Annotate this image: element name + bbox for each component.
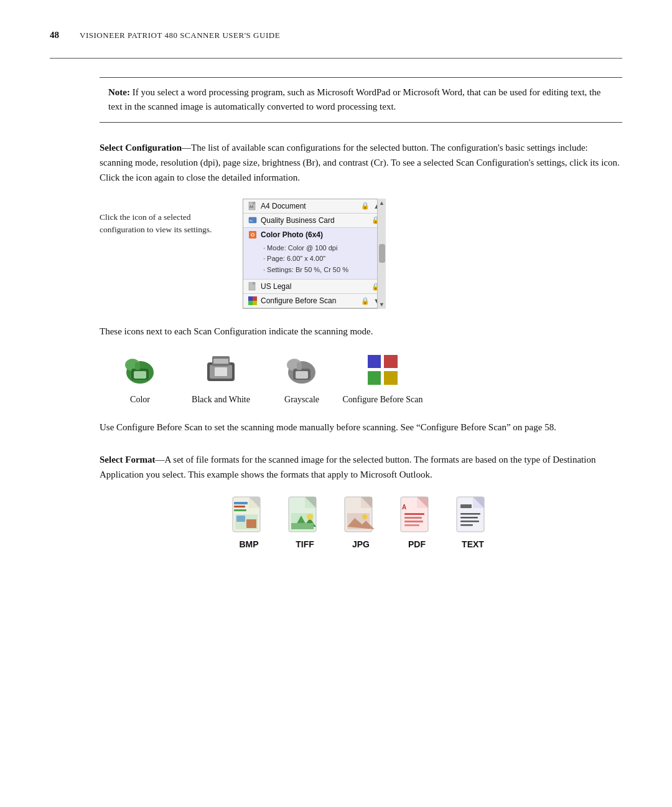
tiff-icon-svg [286, 496, 324, 536]
format-icon-jpg: JPG [336, 496, 386, 549]
svg-rect-69 [460, 513, 480, 515]
config-row-a4[interactable]: A4 A4 Document 🔒 ▲ [243, 199, 385, 214]
svg-rect-9 [253, 282, 255, 285]
page: 48 Visioneer Patriot 480 Scanner User's … [0, 0, 672, 807]
mode-icon-bw: Black and White [180, 350, 261, 405]
header-rule [50, 58, 622, 59]
svg-rect-62 [404, 517, 422, 519]
bizcard-icon: BC [248, 216, 257, 225]
config-row-configure[interactable]: Configure Before Scan 🔒 ▼ [243, 294, 385, 308]
svg-rect-63 [404, 521, 423, 522]
grayscale-icon-svg [282, 350, 322, 390]
svg-rect-11 [253, 296, 257, 301]
content-area: Note: If you select a word processing pr… [100, 77, 622, 549]
select-format-term: Select Format [100, 455, 156, 465]
jpg-icon-svg [342, 496, 380, 536]
format-label-jpg: JPG [352, 539, 370, 549]
svg-rect-23 [213, 359, 228, 364]
photo-detail-1: · Mode: Color @ 100 dpi [263, 243, 348, 254]
svg-rect-73 [460, 504, 472, 508]
page-title: Visioneer Patriot 480 Scanner User's Gui… [80, 31, 280, 40]
select-configuration-para: Select Configuration—The list of availab… [100, 140, 622, 185]
format-icons-row: BMP TIFF [100, 496, 622, 549]
configure-before-scan-para: Use Configure Before Scan to set the sca… [100, 420, 622, 435]
svg-rect-72 [460, 524, 473, 526]
bw-icon-svg [201, 350, 241, 390]
doc-icon: A4 [248, 202, 257, 210]
config-row-uslegal[interactable]: US Legal 🔒 [243, 280, 385, 294]
svg-rect-70 [460, 517, 478, 519]
svg-rect-18 [135, 362, 140, 370]
mode-label-bw: Black and White [192, 395, 250, 405]
select-format-dash: — [156, 455, 165, 465]
config-row-photo[interactable]: Color Photo (6x4) · Mode: Color @ 100 dp… [243, 228, 385, 280]
pdf-icon-svg: A [398, 496, 436, 536]
svg-rect-71 [460, 521, 479, 522]
note-text: If you select a word processing program,… [108, 87, 600, 111]
row-a4-label: A4 Document [261, 202, 306, 210]
config-illustration: Click the icon of a selected configurati… [100, 199, 622, 309]
svg-point-51 [307, 514, 313, 520]
select-config-dash: — [182, 143, 191, 153]
note-label: Note: [108, 87, 130, 97]
select-format-text: A set of file formats for the scanned im… [100, 455, 595, 479]
svg-rect-17 [134, 371, 146, 379]
svg-rect-10 [248, 296, 253, 301]
select-config-term: Select Configuration [100, 143, 182, 153]
row-photo-label: Color Photo (6x4) [261, 230, 323, 239]
format-label-pdf: PDF [408, 539, 426, 549]
config-row-bizcard[interactable]: BC Quality Business Card 🔒 [243, 214, 385, 228]
svg-rect-27 [296, 371, 308, 379]
panel-scrollbar[interactable]: ▲ ▼ [377, 199, 386, 309]
format-icon-tiff: TIFF [280, 496, 330, 549]
configure-panel-icon [248, 296, 257, 305]
photo-detail-2: · Page: 6.00" x 4.00" [263, 253, 348, 265]
uslegal-icon [248, 282, 257, 291]
format-icon-text: TEXT [448, 496, 498, 549]
row-top-photo: Color Photo (6x4) [248, 230, 380, 239]
lock-icon-a4: 🔒 [361, 202, 370, 210]
row-configure-label: Configure Before Scan [261, 296, 336, 305]
svg-rect-22 [215, 367, 227, 376]
scroll-up-btn[interactable]: ▲ [379, 200, 385, 206]
mode-icon-grayscale: Grayscale [261, 350, 342, 405]
mode-icon-configure-bs: Configure Before Scan [342, 350, 423, 405]
format-label-tiff: TIFF [296, 539, 314, 549]
note-box: Note: If you select a word processing pr… [100, 77, 622, 123]
config-panel: A4 A4 Document 🔒 ▲ BC Quality Business C… [243, 199, 386, 309]
mode-icon-color: Color [100, 350, 180, 405]
row-bizcard-label: Quality Business Card [261, 216, 335, 225]
svg-rect-29 [368, 355, 381, 369]
lock-icon-configure: 🔒 [361, 297, 370, 305]
svg-rect-38 [234, 502, 248, 504]
mode-icons-row: Color Black and White [100, 350, 622, 405]
photo-detail-3: · Settings: Br 50 %, Cr 50 % [263, 265, 348, 276]
svg-point-57 [362, 514, 367, 519]
format-label-bmp: BMP [239, 539, 258, 549]
scroll-down-btn[interactable]: ▼ [379, 301, 385, 308]
scan-modes-intro-text: These icons next to each Scan Configurat… [100, 324, 622, 339]
bmp-icon-svg [230, 496, 268, 536]
svg-rect-1 [253, 202, 255, 204]
config-panel-wrap: A4 A4 Document 🔒 ▲ BC Quality Business C… [243, 199, 386, 309]
svg-rect-30 [384, 355, 398, 369]
svg-text:A4: A4 [250, 205, 253, 209]
svg-rect-43 [246, 519, 256, 528]
svg-rect-12 [248, 301, 253, 305]
svg-rect-40 [234, 509, 246, 511]
mode-label-configure-bs: Configure Before Scan [342, 395, 422, 405]
svg-rect-61 [404, 513, 424, 515]
select-format-para: Select Format—A set of file formats for … [100, 452, 622, 482]
page-header: 48 Visioneer Patriot 480 Scanner User's … [50, 30, 622, 40]
format-icon-bmp: BMP [224, 496, 274, 549]
scroll-thumb[interactable] [379, 244, 385, 263]
svg-rect-39 [234, 506, 245, 507]
mode-label-grayscale: Grayscale [284, 395, 319, 405]
svg-text:BC: BC [250, 219, 253, 222]
svg-text:A: A [402, 504, 406, 511]
svg-rect-64 [404, 524, 419, 526]
photo-details: · Mode: Color @ 100 dpi · Page: 6.00" x … [248, 243, 348, 276]
svg-rect-42 [236, 516, 245, 522]
page-number: 48 [50, 30, 67, 40]
svg-point-7 [252, 234, 254, 235]
